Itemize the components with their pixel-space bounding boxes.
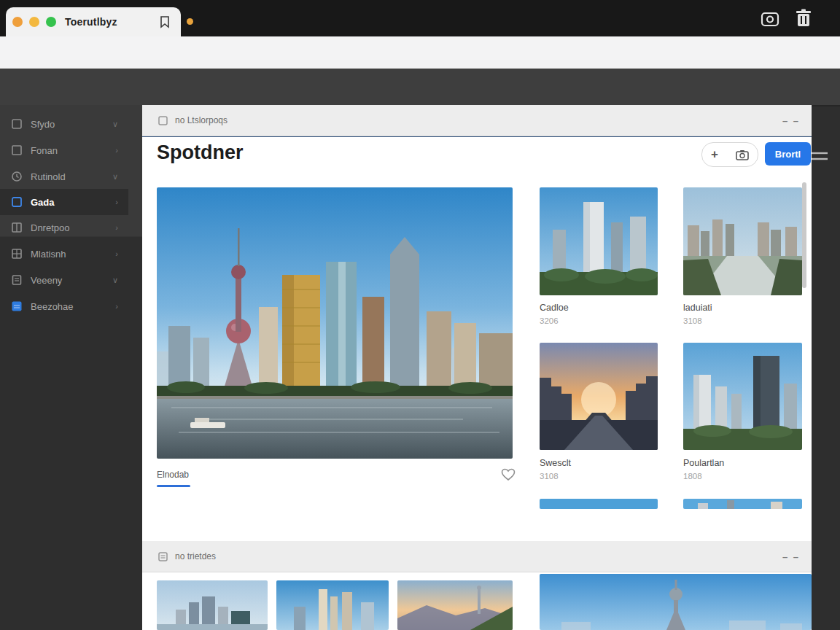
section-header-bottom[interactable]: no trietdes – –: [142, 541, 812, 572]
trash-icon[interactable]: [795, 9, 812, 28]
card-image-partial[interactable]: [540, 499, 658, 509]
main-content-panel: no Ltslorpoqs – – Spotdner + Brortl: [142, 105, 812, 630]
app-header: ſžuprlaylitzs– Slros tonne | Mlartloc: [0, 69, 840, 106]
grid-icon: [12, 249, 22, 259]
section-header-label: no Ltslorpoqs: [175, 115, 228, 125]
card-subtitle: 3206: [540, 316, 569, 325]
collapse-dashes-button[interactable]: – –: [782, 115, 800, 126]
card-image-swesclt[interactable]: [540, 343, 658, 450]
hero-image[interactable]: [157, 187, 513, 459]
traffic-light-maximize[interactable]: [46, 17, 56, 27]
card-subtitle: 3108: [540, 472, 571, 481]
browser-toolbar: ••• Dne azgoddoalals: [0, 36, 840, 69]
chevron-right-icon: ›: [115, 198, 118, 206]
card-subtitle: 1808: [683, 472, 724, 481]
card-image-poulartlan[interactable]: [683, 343, 802, 450]
card-image-laduiati[interactable]: [683, 187, 802, 295]
browser-window: Toerutlbyz ••• Dne azgoddoalals: [0, 0, 840, 630]
camera-icon[interactable]: [761, 10, 779, 28]
add-icon[interactable]: +: [711, 147, 718, 162]
checkbox-icon[interactable]: [158, 116, 168, 125]
sidebar-item-fonan[interactable]: Fonan ›: [0, 137, 128, 163]
sidebar-item-dnretpoo[interactable]: Dnretpoo ›: [0, 214, 128, 241]
menu-hamburger-icon[interactable]: [809, 151, 828, 161]
sidebar-item-gada-active[interactable]: Gada ›: [0, 189, 128, 215]
camera-icon[interactable]: [736, 149, 749, 160]
document-icon: [12, 275, 22, 285]
section-header-top[interactable]: no Ltslorpoqs – –: [142, 105, 812, 136]
chevron-down-icon: ∨: [112, 120, 118, 129]
section-header-label: no trietdes: [175, 551, 216, 561]
sidebar-item-label: Mlatisnh: [31, 249, 66, 260]
sidebar-item-beezohae[interactable]: Beezohae ›: [0, 293, 128, 319]
sidebar: Sfydo ∨ Fonan › Rutinold ∨ Gada › Dnretp…: [0, 105, 142, 630]
chevron-right-icon: ›: [115, 302, 118, 311]
chevron-right-icon: ›: [115, 146, 118, 155]
chevron-right-icon: ›: [115, 249, 118, 258]
sidebar-item-veeeny[interactable]: Veeeny ∨: [0, 267, 128, 293]
browser-tab[interactable]: Toerutlbyz: [6, 7, 181, 36]
card-title[interactable]: Swesclt: [540, 458, 571, 468]
card-title[interactable]: laduiati: [683, 303, 712, 313]
tab-title: Toerutlbyz: [65, 16, 117, 28]
chevron-right-icon: ›: [115, 223, 118, 232]
card-meta: Poulartlan 1808: [683, 458, 724, 481]
bookmark-icon[interactable]: [159, 15, 171, 28]
window-titlebar: Toerutlbyz: [0, 0, 840, 36]
chevron-down-icon: ∨: [112, 172, 118, 182]
page-title: Spotdner: [157, 141, 244, 164]
blue-filled-square-icon: [12, 301, 22, 311]
background-tab-indicator[interactable]: [187, 18, 193, 25]
sidebar-item-label: Fonan: [31, 145, 58, 156]
square-icon: [12, 145, 22, 155]
hero-tab-label[interactable]: Elnodab: [157, 470, 189, 480]
active-tab-underline: [157, 485, 190, 487]
sidebar-item-label: Rutinold: [31, 171, 66, 182]
card-image-cadloe[interactable]: [540, 187, 658, 295]
sidebar-item-label: Dnretpoo: [31, 222, 69, 233]
thumbnail-image[interactable]: [397, 580, 513, 630]
featured-image-bottom[interactable]: [540, 574, 812, 630]
traffic-light-minimize[interactable]: [29, 17, 39, 27]
collapse-dashes-button[interactable]: – –: [782, 551, 800, 562]
clock-icon: [12, 171, 22, 182]
columns-icon: [12, 222, 22, 233]
card-title[interactable]: Poulartlan: [683, 458, 724, 468]
card-meta: Swesclt 3108: [540, 458, 571, 481]
heart-icon[interactable]: [501, 468, 516, 481]
sidebar-item-label: Sfydo: [31, 119, 55, 130]
list-icon[interactable]: [158, 552, 168, 561]
square-icon: [12, 119, 22, 129]
chevron-down-icon: ∨: [112, 276, 118, 285]
thumbnail-image[interactable]: [276, 580, 389, 630]
sidebar-item-label: Beezohae: [31, 301, 74, 312]
thumbnail-image[interactable]: [157, 580, 268, 630]
card-subtitle: 3108: [683, 316, 712, 325]
sidebar-item-label: Veeeny: [31, 275, 62, 286]
view-toggle-group: +: [701, 142, 758, 167]
sidebar-item-mlatisnh[interactable]: Mlatisnh ›: [0, 241, 128, 267]
card-meta: laduiati 3108: [683, 303, 712, 325]
scrollbar-thumb[interactable]: [802, 182, 806, 288]
primary-action-button[interactable]: Brortl: [765, 142, 811, 166]
traffic-light-close[interactable]: [12, 17, 23, 27]
sidebar-item-rutinold[interactable]: Rutinold ∨: [0, 163, 128, 190]
card-image-partial[interactable]: [683, 499, 802, 509]
blue-square-icon: [12, 197, 22, 207]
sidebar-item-label: Gada: [31, 197, 55, 208]
card-meta: Cadloe 3206: [540, 303, 569, 325]
card-title[interactable]: Cadloe: [540, 303, 569, 313]
sidebar-item-sfydo[interactable]: Sfydo ∨: [0, 111, 128, 137]
